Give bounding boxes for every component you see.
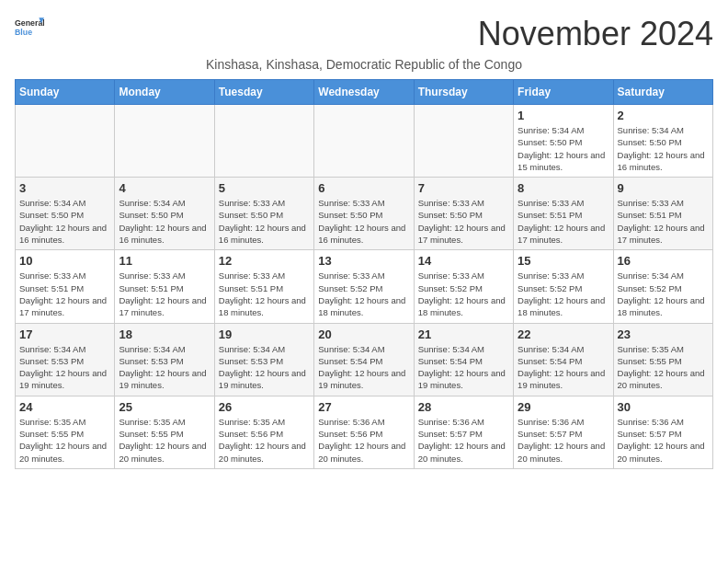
day-number: 2 — [618, 109, 709, 122]
subtitle: Kinshasa, Kinshasa, Democratic Republic … — [15, 57, 713, 72]
day-info: Sunrise: 5:34 AM Sunset: 5:50 PM Dayligh… — [19, 197, 110, 246]
day-cell: 8Sunrise: 5:33 AM Sunset: 5:51 PM Daylig… — [514, 178, 613, 250]
day-info: Sunrise: 5:33 AM Sunset: 5:50 PM Dayligh… — [318, 197, 409, 246]
day-number: 12 — [219, 254, 310, 268]
day-cell: 11Sunrise: 5:33 AM Sunset: 5:51 PM Dayli… — [115, 250, 214, 323]
day-info: Sunrise: 5:36 AM Sunset: 5:57 PM Dayligh… — [418, 416, 509, 465]
header-cell-wednesday: Wednesday — [314, 80, 414, 105]
day-number: 17 — [19, 327, 110, 341]
header-cell-monday: Monday — [115, 80, 214, 105]
header-cell-tuesday: Tuesday — [214, 80, 313, 105]
day-number: 25 — [119, 400, 210, 414]
calendar-header: SundayMondayTuesdayWednesdayThursdayFrid… — [16, 80, 713, 105]
day-number: 28 — [418, 400, 509, 414]
day-cell: 13Sunrise: 5:33 AM Sunset: 5:52 PM Dayli… — [314, 250, 414, 323]
day-cell: 30Sunrise: 5:36 AM Sunset: 5:57 PM Dayli… — [613, 396, 712, 468]
day-cell: 27Sunrise: 5:36 AM Sunset: 5:56 PM Dayli… — [314, 396, 414, 468]
day-info: Sunrise: 5:35 AM Sunset: 5:56 PM Dayligh… — [219, 416, 310, 465]
day-number: 29 — [518, 400, 609, 414]
day-cell: 18Sunrise: 5:34 AM Sunset: 5:53 PM Dayli… — [115, 323, 214, 396]
svg-text:General: General — [15, 18, 44, 28]
day-number: 21 — [418, 327, 509, 341]
day-cell: 25Sunrise: 5:35 AM Sunset: 5:55 PM Dayli… — [115, 396, 214, 468]
calendar: SundayMondayTuesdayWednesdayThursdayFrid… — [15, 79, 713, 469]
day-cell: 14Sunrise: 5:33 AM Sunset: 5:52 PM Dayli… — [414, 250, 513, 323]
day-number: 7 — [418, 181, 509, 195]
day-cell: 5Sunrise: 5:33 AM Sunset: 5:50 PM Daylig… — [214, 178, 313, 250]
week-row-1: 1Sunrise: 5:34 AM Sunset: 5:50 PM Daylig… — [16, 105, 713, 178]
day-cell: 16Sunrise: 5:34 AM Sunset: 5:52 PM Dayli… — [613, 250, 712, 323]
month-title: November 2024 — [478, 15, 713, 53]
day-number: 8 — [518, 181, 609, 195]
week-row-3: 10Sunrise: 5:33 AM Sunset: 5:51 PM Dayli… — [16, 250, 713, 323]
day-cell: 26Sunrise: 5:35 AM Sunset: 5:56 PM Dayli… — [214, 396, 313, 468]
day-cell: 23Sunrise: 5:35 AM Sunset: 5:55 PM Dayli… — [613, 323, 712, 396]
day-info: Sunrise: 5:35 AM Sunset: 5:55 PM Dayligh… — [618, 343, 709, 392]
day-info: Sunrise: 5:33 AM Sunset: 5:51 PM Dayligh… — [518, 197, 609, 246]
day-cell: 7Sunrise: 5:33 AM Sunset: 5:50 PM Daylig… — [414, 178, 513, 250]
day-cell: 19Sunrise: 5:34 AM Sunset: 5:53 PM Dayli… — [214, 323, 313, 396]
day-info: Sunrise: 5:33 AM Sunset: 5:51 PM Dayligh… — [119, 270, 210, 318]
day-info: Sunrise: 5:34 AM Sunset: 5:50 PM Dayligh… — [119, 197, 210, 246]
header-cell-friday: Friday — [514, 80, 613, 105]
day-cell: 24Sunrise: 5:35 AM Sunset: 5:55 PM Dayli… — [16, 396, 115, 468]
day-cell: 22Sunrise: 5:34 AM Sunset: 5:54 PM Dayli… — [514, 323, 613, 396]
header-cell-saturday: Saturday — [613, 80, 712, 105]
day-info: Sunrise: 5:33 AM Sunset: 5:50 PM Dayligh… — [219, 197, 310, 246]
calendar-body: 1Sunrise: 5:34 AM Sunset: 5:50 PM Daylig… — [16, 105, 713, 469]
day-cell — [414, 105, 513, 178]
day-number: 14 — [418, 254, 509, 268]
day-cell: 17Sunrise: 5:34 AM Sunset: 5:53 PM Dayli… — [16, 323, 115, 396]
day-info: Sunrise: 5:34 AM Sunset: 5:53 PM Dayligh… — [219, 343, 310, 392]
day-cell: 9Sunrise: 5:33 AM Sunset: 5:51 PM Daylig… — [613, 178, 712, 250]
title-block: November 2024 — [478, 15, 713, 53]
day-number: 22 — [518, 327, 609, 341]
day-info: Sunrise: 5:35 AM Sunset: 5:55 PM Dayligh… — [119, 416, 210, 465]
day-number: 26 — [219, 400, 310, 414]
day-info: Sunrise: 5:36 AM Sunset: 5:57 PM Dayligh… — [518, 416, 609, 465]
day-cell — [314, 105, 414, 178]
day-number: 19 — [219, 327, 310, 341]
day-number: 20 — [318, 327, 409, 341]
week-row-5: 24Sunrise: 5:35 AM Sunset: 5:55 PM Dayli… — [16, 396, 713, 468]
day-info: Sunrise: 5:33 AM Sunset: 5:52 PM Dayligh… — [318, 270, 409, 318]
day-number: 11 — [119, 254, 210, 268]
day-number: 5 — [219, 181, 310, 195]
day-number: 23 — [618, 327, 709, 341]
header: General Blue November 2024 — [15, 15, 713, 53]
day-cell — [214, 105, 313, 178]
day-info: Sunrise: 5:33 AM Sunset: 5:51 PM Dayligh… — [19, 270, 110, 318]
day-info: Sunrise: 5:34 AM Sunset: 5:54 PM Dayligh… — [418, 343, 509, 392]
day-cell: 29Sunrise: 5:36 AM Sunset: 5:57 PM Dayli… — [514, 396, 613, 468]
day-cell: 10Sunrise: 5:33 AM Sunset: 5:51 PM Dayli… — [16, 250, 115, 323]
week-row-2: 3Sunrise: 5:34 AM Sunset: 5:50 PM Daylig… — [16, 178, 713, 250]
day-cell: 6Sunrise: 5:33 AM Sunset: 5:50 PM Daylig… — [314, 178, 414, 250]
day-cell: 20Sunrise: 5:34 AM Sunset: 5:54 PM Dayli… — [314, 323, 414, 396]
day-number: 27 — [318, 400, 409, 414]
day-number: 4 — [119, 181, 210, 195]
day-number: 9 — [618, 181, 709, 195]
svg-text:Blue: Blue — [15, 28, 32, 37]
day-number: 13 — [318, 254, 409, 268]
day-info: Sunrise: 5:34 AM Sunset: 5:54 PM Dayligh… — [318, 343, 409, 392]
day-info: Sunrise: 5:34 AM Sunset: 5:53 PM Dayligh… — [19, 343, 110, 392]
week-row-4: 17Sunrise: 5:34 AM Sunset: 5:53 PM Dayli… — [16, 323, 713, 396]
header-row: SundayMondayTuesdayWednesdayThursdayFrid… — [16, 80, 713, 105]
day-info: Sunrise: 5:34 AM Sunset: 5:54 PM Dayligh… — [518, 343, 609, 392]
logo: General Blue — [15, 15, 44, 44]
day-cell: 2Sunrise: 5:34 AM Sunset: 5:50 PM Daylig… — [613, 105, 712, 178]
day-cell: 21Sunrise: 5:34 AM Sunset: 5:54 PM Dayli… — [414, 323, 513, 396]
day-number: 1 — [518, 109, 609, 122]
day-info: Sunrise: 5:33 AM Sunset: 5:51 PM Dayligh… — [618, 197, 709, 246]
day-number: 10 — [19, 254, 110, 268]
day-cell: 3Sunrise: 5:34 AM Sunset: 5:50 PM Daylig… — [16, 178, 115, 250]
day-info: Sunrise: 5:33 AM Sunset: 5:52 PM Dayligh… — [518, 270, 609, 318]
day-info: Sunrise: 5:33 AM Sunset: 5:50 PM Dayligh… — [418, 197, 509, 246]
day-number: 18 — [119, 327, 210, 341]
day-info: Sunrise: 5:34 AM Sunset: 5:52 PM Dayligh… — [618, 270, 709, 318]
day-cell — [115, 105, 214, 178]
day-number: 16 — [618, 254, 709, 268]
header-cell-sunday: Sunday — [16, 80, 115, 105]
day-info: Sunrise: 5:33 AM Sunset: 5:51 PM Dayligh… — [219, 270, 310, 318]
day-number: 30 — [618, 400, 709, 414]
